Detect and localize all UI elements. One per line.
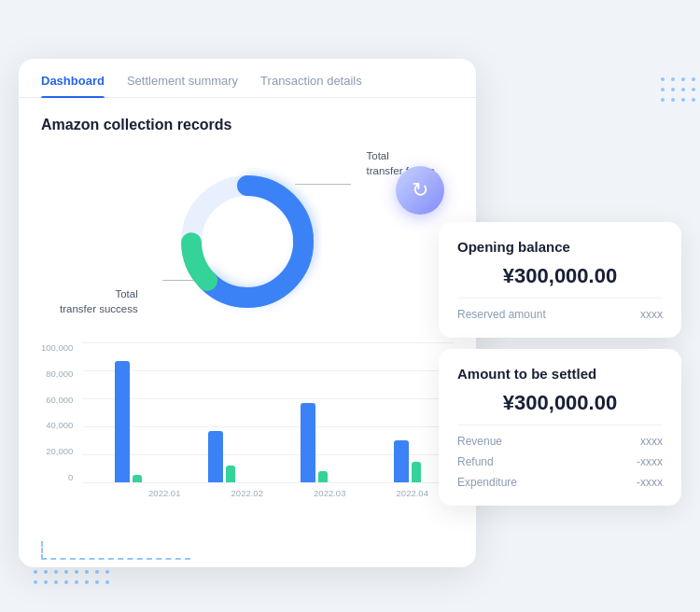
donut-svg (173, 167, 322, 316)
y-label-0: 100,000 (41, 342, 73, 353)
expenditure-row: Expenditure -xxxx (457, 476, 663, 489)
tab-bar: Dashboard Settlement summary Transaction… (19, 59, 476, 98)
bar-group-0 (82, 361, 175, 482)
revenue-row: Revenue xxxx (457, 435, 663, 448)
label-transfer-success: Total transfer success (60, 286, 138, 316)
y-axis: 100,000 80,000 60,000 40,000 20,000 0 (41, 342, 78, 482)
expenditure-label: Expenditure (457, 476, 517, 489)
tab-transaction-details[interactable]: Transaction details (260, 74, 362, 97)
opening-balance-title: Opening balance (457, 239, 663, 255)
x-axis: 2022.01 2022.02 2022.03 2022.04 (82, 488, 454, 498)
label-line-failure (295, 184, 351, 185)
bar-chart-groups (82, 342, 454, 482)
dots-decoration-bl (34, 570, 112, 587)
amount-settled-divider (457, 424, 663, 425)
amount-settled-amount: ¥300,000.00 (457, 391, 663, 415)
bar-green-0 (133, 475, 142, 482)
amount-settled-card: Amount to be settled ¥300,000.00 Revenue… (439, 349, 681, 506)
y-label-1: 80,000 (46, 369, 73, 379)
dashed-corner-decoration (41, 541, 190, 560)
chart-section-title: Amazon collection records (41, 117, 454, 133)
revenue-label: Revenue (457, 435, 502, 448)
amount-settled-title: Amount to be settled (457, 366, 663, 382)
right-panel: Opening balance ¥300,000.00 Reserved amo… (439, 222, 681, 506)
donut-chart (173, 167, 322, 316)
bar-blue-3 (394, 440, 409, 482)
x-label-0: 2022.01 (123, 488, 206, 498)
y-label-4: 20,000 (46, 446, 73, 456)
reserved-amount-row: Reserved amount xxxx (457, 308, 663, 321)
tab-settlement-summary[interactable]: Settlement summary (127, 74, 238, 97)
donut-chart-area: Total transfer success (41, 148, 454, 335)
refresh-button[interactable]: ↻ (396, 166, 444, 215)
bar-blue-2 (301, 403, 315, 482)
refund-label: Refund (457, 455, 494, 468)
expenditure-value: -xxxx (637, 476, 663, 489)
opening-balance-amount: ¥300,000.00 (457, 264, 663, 288)
bar-blue-0 (115, 361, 130, 482)
opening-balance-divider (457, 298, 663, 299)
y-label-3: 40,000 (46, 420, 73, 430)
bar-green-2 (318, 471, 328, 482)
y-label-5: 0 (68, 472, 73, 482)
reserved-amount-label: Reserved amount (457, 308, 546, 321)
bar-green-1 (226, 466, 235, 482)
bar-green-3 (412, 462, 421, 482)
dots-decoration-tr (661, 77, 698, 104)
opening-balance-card: Opening balance ¥300,000.00 Reserved amo… (439, 222, 681, 338)
dashboard-card: Dashboard Settlement summary Transaction… (19, 59, 476, 567)
bar-chart-area: 100,000 80,000 60,000 40,000 20,000 0 (41, 342, 454, 510)
refund-value: -xxxx (637, 455, 663, 468)
reserved-amount-value: xxxx (640, 308, 663, 321)
x-label-2: 2022.03 (288, 488, 371, 498)
tab-dashboard[interactable]: Dashboard (41, 74, 105, 97)
revenue-value: xxxx (640, 435, 663, 448)
bar-blue-1 (208, 431, 223, 482)
x-label-1: 2022.02 (206, 488, 289, 498)
y-label-2: 60,000 (46, 395, 73, 405)
refresh-icon: ↻ (412, 180, 428, 201)
bar-group-1 (175, 431, 269, 482)
refund-row: Refund -xxxx (457, 455, 663, 468)
bar-group-2 (268, 403, 361, 482)
